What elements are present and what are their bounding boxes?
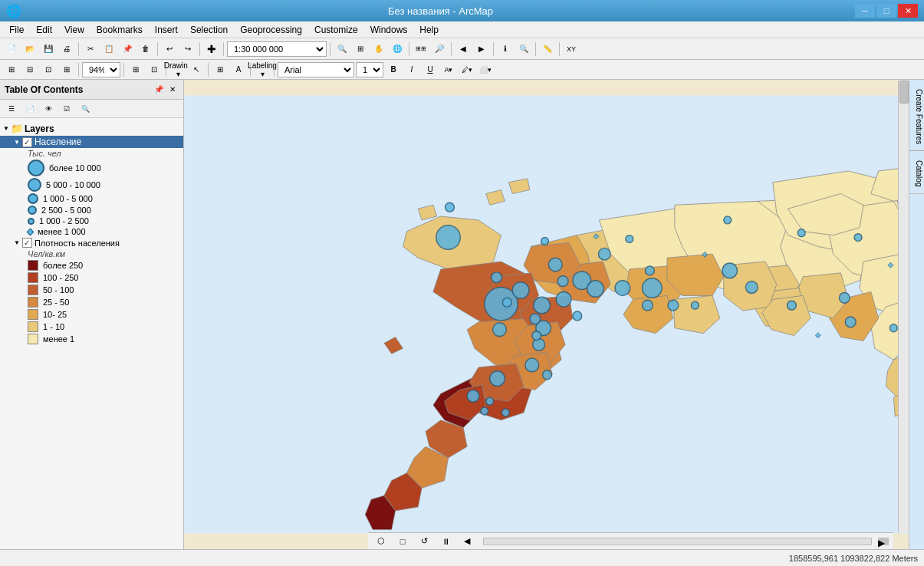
add-data-btn[interactable]: ✚ (203, 41, 220, 57)
fwd-nav-btn[interactable]: ▶ (473, 41, 490, 57)
map-scrollbar-v[interactable] (898, 80, 909, 532)
layer1-item[interactable]: ▼ Население (0, 136, 183, 148)
menu-windows[interactable]: Windows (364, 23, 414, 37)
toc-vis-btn[interactable]: 👁 (40, 101, 57, 117)
map-nav-btn4[interactable]: ⏸ (437, 534, 454, 549)
toc-sel-btn[interactable]: ☑ (58, 101, 75, 117)
sep10 (559, 42, 560, 56)
legend-circle-1 (28, 160, 44, 176)
tb2-btn2[interactable]: ⊟ (21, 62, 38, 77)
layer2-expand-icon[interactable]: ▼ (14, 239, 20, 246)
toc-title: Table Of Contents (5, 84, 83, 95)
legend-row-5: 1 000 - 2 500 (0, 216, 183, 226)
tb2-btn1[interactable]: ⊞ (3, 62, 20, 77)
zoom-out-btn[interactable]: 🔎 (431, 41, 448, 57)
toc-list-btn[interactable]: ☰ (3, 101, 20, 117)
layers-group-label: Layers (25, 123, 54, 134)
toc-pin-btn[interactable]: 📌 (153, 84, 165, 96)
menu-bookmarks[interactable]: Bookmarks (90, 23, 149, 37)
layer2-checkbox[interactable] (22, 238, 32, 248)
goto-xy-btn[interactable]: XY (563, 41, 580, 57)
minimize-button[interactable]: ─ (855, 4, 875, 18)
toc-close-btn[interactable]: ✕ (166, 84, 179, 96)
menu-help[interactable]: Help (413, 23, 445, 37)
pan-btn[interactable]: ✋ (370, 41, 387, 57)
maximize-button[interactable]: □ (876, 4, 896, 18)
zoom-full-btn[interactable]: ⊞ (352, 41, 369, 57)
map-nav-btn2[interactable]: □ (394, 534, 411, 549)
svg-point-52 (587, 281, 604, 298)
undo-btn[interactable]: ↩ (161, 41, 178, 57)
new-btn[interactable]: 📄 (3, 41, 20, 57)
close-button[interactable]: ✕ (898, 4, 918, 18)
layer1-name: Население (35, 137, 81, 147)
right-sidebar: Create Features Catalog (909, 80, 924, 549)
label-btn[interactable]: Labeling ▾ (254, 62, 271, 77)
print-btn[interactable]: 🖨 (58, 41, 75, 57)
search-btn[interactable]: 🔍 (515, 41, 532, 57)
tb2-btn3[interactable]: ⊡ (40, 62, 57, 77)
redo-btn[interactable]: ↪ (179, 41, 196, 57)
text-btn[interactable]: A (230, 62, 247, 77)
svg-point-88 (889, 324, 897, 332)
globe-btn[interactable]: 🌐 (389, 41, 406, 57)
toc-search-btn[interactable]: 🔍 (77, 101, 94, 117)
map-area[interactable]: ⬡ □ ↺ ⏸ ◀ ▶ (184, 80, 909, 549)
zoom-select[interactable]: 94% (82, 62, 120, 77)
outline-btn[interactable]: ⬜▾ (477, 62, 494, 77)
density-swatch-1 (28, 260, 38, 271)
layer1-expand-icon[interactable]: ▼ (14, 139, 20, 146)
tb2-btn6[interactable]: ⊡ (146, 62, 163, 77)
back-nav-btn[interactable]: ◀ (455, 41, 472, 57)
layer2-item[interactable]: ▼ Плотность населения (0, 237, 183, 248)
menu-customize[interactable]: Customize (308, 23, 364, 37)
menu-edit[interactable]: Edit (30, 23, 58, 37)
fontsize-select[interactable]: 10 (356, 62, 383, 77)
map-nav-btn1[interactable]: ⬡ (373, 534, 390, 549)
catalog-tab[interactable]: Catalog (909, 154, 925, 193)
toc-source-btn[interactable]: 📄 (21, 101, 38, 117)
tb2-btn5[interactable]: ⊞ (127, 62, 144, 77)
font-color-btn[interactable]: A▾ (440, 62, 457, 77)
menu-selection[interactable]: Selection (184, 23, 234, 37)
bold-btn[interactable]: B (385, 62, 402, 77)
zoom-whole-btn[interactable]: 🔍 (334, 41, 350, 57)
map-nav-btn3[interactable]: ↺ (416, 534, 432, 549)
save-btn[interactable]: 💾 (40, 41, 57, 57)
map-nav-btn5[interactable]: ◀ (459, 534, 475, 549)
menu-file[interactable]: File (3, 23, 30, 37)
measure-btn[interactable]: 📏 (539, 41, 556, 57)
font-select[interactable]: Arial (278, 62, 354, 77)
map-scroll-right[interactable]: ▶ (878, 538, 889, 545)
svg-point-83 (501, 409, 509, 416)
copy-btn[interactable]: 📋 (100, 41, 117, 57)
sep16 (274, 63, 275, 77)
layer1-checkbox[interactable] (22, 137, 32, 147)
svg-point-86 (481, 407, 488, 415)
zoom-in-btn[interactable]: ⊞⊞ (413, 41, 429, 57)
map-scrollbar-h[interactable] (483, 538, 872, 545)
menu-insert[interactable]: Insert (149, 23, 184, 37)
scale-select[interactable]: 1:30 000 000 (227, 41, 327, 57)
identify-btn[interactable]: ℹ (497, 41, 514, 57)
window-controls: ─ □ ✕ (855, 4, 918, 18)
highlight-btn[interactable]: 🖊▾ (459, 62, 475, 77)
density-row-7: менее 1 (0, 333, 183, 345)
sep1 (78, 42, 79, 56)
underline-btn[interactable]: U (422, 62, 439, 77)
menu-view[interactable]: View (58, 23, 90, 37)
statusbar: 1858595,961 1093822,822 Meters (0, 549, 924, 566)
menu-geoprocessing[interactable]: Geoprocessing (234, 23, 308, 37)
create-features-tab[interactable]: Create Features (909, 83, 925, 151)
paste-btn[interactable]: 📌 (119, 41, 136, 57)
cut-btn[interactable]: ✂ (82, 41, 99, 57)
window-title: Без названия - ArcMap (26, 5, 855, 17)
drawing-dropdown[interactable]: Drawing ▾ (169, 62, 186, 77)
pointer-btn[interactable]: ↖ (188, 62, 205, 77)
italic-btn[interactable]: I (403, 62, 420, 77)
open-btn[interactable]: 📂 (21, 41, 38, 57)
delete-btn[interactable]: 🗑 (137, 41, 154, 57)
tb2-btn4[interactable]: ⊞ (58, 62, 75, 77)
tb2-btn7[interactable]: ⊞ (212, 62, 229, 77)
layers-expand-icon[interactable]: ▼ (3, 125, 9, 132)
